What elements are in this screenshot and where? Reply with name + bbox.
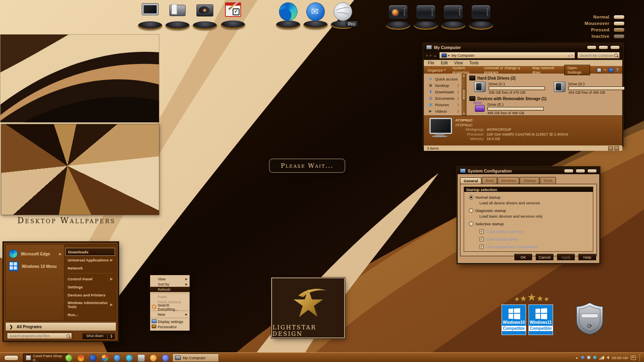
start-item-settings[interactable]: Settings	[64, 283, 116, 291]
start-item-windows-administrative-tools[interactable]: Windows Administrative Tools ▶	[64, 299, 116, 311]
start-item-microsoft-edge[interactable]: Microsoft Edge ▶	[6, 248, 64, 260]
checkbox-checked-icon[interactable]: ✓	[479, 237, 484, 241]
back-icon[interactable]: ‹	[426, 53, 428, 58]
organize-button[interactable]: Organize ▾	[427, 68, 446, 72]
sidebar-item-downloads[interactable]: ⬇ Downloads ❯	[424, 88, 462, 95]
selective-startup-radio[interactable]: Selective startup	[469, 222, 593, 226]
sidebar-scrollbar[interactable]: ▲ ▼	[462, 74, 466, 115]
context-item-personalize[interactable]: Personalize	[150, 324, 190, 329]
dock-item-drive-4[interactable]	[468, 2, 494, 30]
chevron-down-icon[interactable]: ▾	[604, 68, 606, 72]
sidebar-item-documents[interactable]: ▤ Documents ❯	[424, 95, 462, 101]
details-view-toggle-icon[interactable]	[608, 146, 613, 150]
menu-tools[interactable]: Tools	[469, 61, 479, 65]
radio-selected-icon[interactable]	[469, 195, 473, 200]
shutdown-button[interactable]: Shut down	[83, 333, 107, 339]
search-input[interactable]	[579, 53, 614, 58]
start-button[interactable]	[4, 355, 19, 361]
quicklaunch-browser-icon[interactable]	[114, 354, 121, 362]
sidebar-item-quick-access[interactable]: ★ Quick access	[424, 76, 462, 82]
minimize-button[interactable]	[564, 169, 574, 173]
tab-startup[interactable]: Startup	[520, 177, 539, 184]
dock-item-computer[interactable]	[137, 2, 163, 30]
tray-app1-icon[interactable]	[581, 356, 584, 359]
minimize-button[interactable]	[587, 45, 597, 49]
tray-expand-icon[interactable]: ▲	[575, 356, 578, 360]
menu-edit[interactable]: Edit	[441, 61, 448, 65]
go-icon[interactable]: ›	[572, 53, 573, 57]
drive-e-item[interactable]: SDXC Drive (E:) 495 GB free of 499 GB	[474, 102, 544, 115]
start-search-box[interactable]	[7, 333, 72, 339]
scroll-down-icon[interactable]: ▼	[462, 112, 465, 115]
quicklaunch-paintshop-icon[interactable]	[65, 354, 72, 362]
menu-file[interactable]: File	[428, 61, 434, 65]
explorer-search[interactable]	[577, 52, 620, 59]
use-original-boot-checkbox[interactable]: ✓ Use original boot configuration	[479, 245, 593, 249]
start-search-input[interactable]	[9, 333, 66, 338]
caption-pill-pressed[interactable]	[613, 28, 625, 32]
context-item-new[interactable]: New ▶	[150, 312, 190, 317]
quicklaunch-app2-icon[interactable]	[77, 354, 85, 362]
breadcrumb[interactable]: ▸ My Computer ⌄ ›	[439, 52, 575, 59]
maximize-button[interactable]	[599, 45, 608, 49]
context-item-search-everything[interactable]: Search Everything...	[150, 304, 190, 310]
help-icon[interactable]: ?	[616, 68, 619, 72]
section-hard-disk-drives[interactable]: Hard Disk Drives (2)	[469, 76, 625, 80]
msconfig-titlebar[interactable]: System Configuration	[458, 167, 599, 174]
map-network-drive-button[interactable]: Map network drive	[532, 66, 557, 74]
quicklaunch-skype-icon[interactable]	[126, 354, 133, 362]
close-button[interactable]	[587, 169, 597, 173]
shutdown-options-arrow[interactable]: ❯	[108, 333, 115, 339]
caption-pill-normal[interactable]	[613, 15, 625, 19]
dock-item-drive-1[interactable]	[385, 2, 411, 30]
tray-app3-icon[interactable]	[593, 356, 597, 359]
recycle-bin-shield-icon[interactable]: ⟳	[575, 302, 605, 335]
diagnostic-startup-radio[interactable]: Diagnostic startup	[469, 208, 593, 213]
start-item-run[interactable]: Run...	[64, 311, 116, 319]
quicklaunch-firefox-icon[interactable]	[150, 354, 157, 362]
help-button[interactable]: Help	[578, 254, 596, 260]
load-startup-items-checkbox[interactable]: ✓ Load startup items	[479, 237, 593, 241]
explorer-titlebar[interactable]: My Computer	[424, 44, 622, 51]
tab-tools[interactable]: Tools	[540, 177, 556, 184]
menu-view[interactable]: View	[454, 61, 463, 65]
load-system-services-checkbox[interactable]: ✓ Load system services	[479, 229, 593, 234]
tab-general[interactable]: General	[460, 177, 481, 184]
drive-d-item[interactable]: Drive (D:) 404 GB free of 465 GB	[554, 82, 625, 95]
section-removable-storage[interactable]: Devices with Removable Storage (1)	[469, 96, 625, 101]
context-item-view[interactable]: View ▶	[150, 276, 190, 282]
views-icon[interactable]	[597, 68, 601, 72]
caption-pill-mouseover[interactable]	[613, 21, 625, 26]
start-item-control-panel[interactable]: Control Panel ▶	[64, 275, 116, 283]
drive-c-item[interactable]: Drive (C:) 335 GB free of 475 GB	[474, 82, 545, 95]
start-item-downloads[interactable]: Downloads	[65, 248, 115, 256]
notification-center-icon[interactable]	[631, 356, 636, 360]
show-desktop-button[interactable]	[640, 354, 642, 361]
checkbox-checked-icon[interactable]: ✓	[479, 245, 484, 249]
start-item-devices-and-printers[interactable]: Devices and Printers	[64, 291, 116, 299]
context-item-display-settings[interactable]: Display settings	[150, 319, 190, 324]
quicklaunch-explorer-icon[interactable]	[138, 354, 145, 362]
caption-pill-inactive[interactable]	[613, 34, 625, 39]
taskbar-task-corel[interactable]: Corel Paint Shop P...	[23, 354, 68, 362]
radio-icon[interactable]	[469, 222, 473, 226]
cancel-button[interactable]: Cancel	[536, 254, 553, 260]
start-item-windows-10-menu[interactable]: Windows 10 Menu	[6, 260, 64, 273]
chevron-down-icon[interactable]: ⌄	[568, 53, 570, 57]
dock-item-printer[interactable]	[165, 2, 190, 30]
uninstall-button[interactable]: Uninstall or change a program	[484, 66, 526, 74]
dock-item-paint-app[interactable]: ✓	[220, 2, 246, 29]
maximize-button[interactable]	[576, 169, 585, 173]
taskbar-task-my-computer[interactable]: My Computer	[172, 354, 219, 362]
recent-pages-icon[interactable]: ⌄	[433, 53, 437, 58]
tray-app2-icon[interactable]	[587, 356, 590, 359]
dock-item-thunderbird[interactable]	[303, 2, 328, 29]
scroll-up-icon[interactable]: ▲	[462, 74, 465, 77]
quicklaunch-office-icon[interactable]	[101, 354, 109, 362]
volume-icon[interactable]	[607, 356, 609, 359]
taskbar-clock[interactable]: 08:58 AM	[612, 356, 628, 360]
normal-startup-radio[interactable]: Normal startup	[469, 195, 593, 200]
start-item-universal-applications[interactable]: Universal Applications ▶	[64, 256, 116, 264]
sidebar-item-videos[interactable]: ▶ Videos ❯	[424, 108, 462, 114]
checkbox-checked-icon[interactable]: ✓	[479, 229, 484, 234]
